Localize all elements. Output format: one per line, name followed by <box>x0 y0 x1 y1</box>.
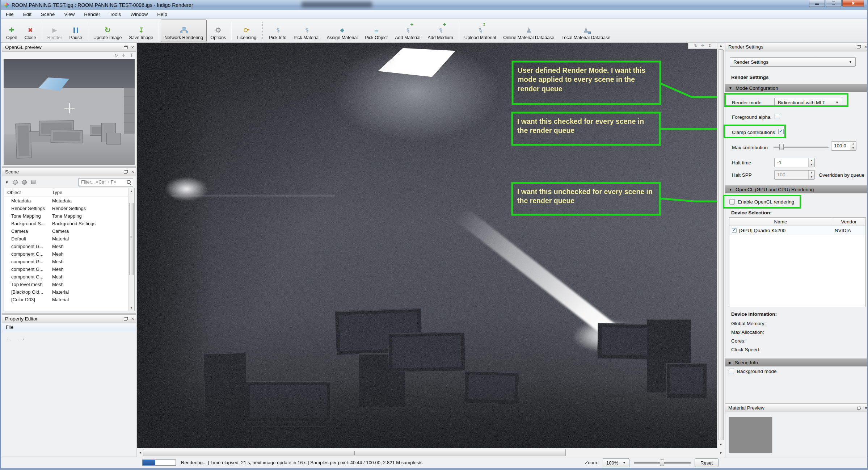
device-table-header[interactable]: Name Vendor <box>729 218 865 226</box>
tree-row[interactable]: Tone MappingTone Mapping <box>4 212 134 220</box>
pick-object-button[interactable]: ☕Pick Object <box>361 20 391 42</box>
camera-filter-icon[interactable] <box>13 180 18 185</box>
spin-down-icon[interactable]: ▼ <box>809 175 814 179</box>
close-panel-icon[interactable]: × <box>864 45 867 49</box>
tree-row[interactable]: component G...Mesh <box>4 258 134 265</box>
close-panel-icon[interactable]: × <box>131 45 134 50</box>
scene-filter-input[interactable] <box>78 178 133 186</box>
spin-up-icon[interactable]: ▲ <box>850 142 856 146</box>
settings-target-dropdown[interactable]: Render Settings▼ <box>730 57 856 67</box>
device-checkbox[interactable] <box>732 228 737 233</box>
scroll-down-icon[interactable]: ▼ <box>128 306 134 310</box>
max-contribution-slider[interactable] <box>774 143 829 151</box>
online-material-database-button[interactable]: ♟Online Material Database <box>500 20 558 42</box>
render-view[interactable]: User defined Render Mode. I want this mo… <box>137 43 724 457</box>
dolly-icon[interactable]: ↧ <box>708 43 711 48</box>
licensing-button[interactable]: Licensing <box>233 20 260 42</box>
menu-tools[interactable]: Tools <box>105 11 126 18</box>
pause-button[interactable]: Pause <box>66 20 86 42</box>
tree-collapse-icon[interactable]: ▼ <box>5 180 9 184</box>
menu-scene[interactable]: Scene <box>36 11 59 18</box>
close-button[interactable]: ✖Close <box>21 20 40 42</box>
close-window-button[interactable]: ✖ <box>842 0 864 7</box>
mesh-filter-icon[interactable] <box>31 180 35 184</box>
orbit-icon[interactable]: ↻ <box>114 53 118 58</box>
dolly-icon[interactable]: ↧ <box>130 53 133 58</box>
spin-up-icon[interactable]: ▲ <box>809 171 814 175</box>
open-button[interactable]: ✚Open <box>3 20 21 42</box>
scroll-up-icon[interactable]: ▲ <box>717 43 724 49</box>
pick-info-button[interactable]: ✐Pick Info <box>265 20 290 42</box>
scroll-right-icon[interactable]: ► <box>718 448 724 457</box>
tree-row[interactable]: CameraCamera <box>4 227 134 235</box>
scene-tree-header[interactable]: Object Type <box>4 188 134 197</box>
scene-info-section[interactable]: ▶ Scene Info <box>725 358 868 366</box>
spin-down-icon[interactable]: ▼ <box>850 146 856 150</box>
column-name[interactable]: Name <box>729 219 832 224</box>
close-panel-icon[interactable]: × <box>864 406 867 410</box>
zoom-dropdown[interactable]: 100%▼ <box>603 458 629 467</box>
menu-file[interactable]: File <box>1 11 18 18</box>
tree-row[interactable]: [Blacktop Old...Material <box>4 288 134 296</box>
pick-material-button[interactable]: ✐Pick Material <box>290 20 323 42</box>
device-selection-table[interactable]: Name Vendor [GPU] Quadro K5200 NVIDIA <box>729 217 866 307</box>
close-panel-icon[interactable]: × <box>131 169 134 174</box>
column-object[interactable]: Object <box>4 190 50 195</box>
tree-row[interactable]: DefaultMaterial <box>4 235 134 243</box>
menu-edit[interactable]: Edit <box>18 11 36 18</box>
tree-row[interactable]: Background S...Background Settings <box>4 220 134 227</box>
halt-time-spinbox[interactable]: -1 ▲▼ <box>774 158 815 167</box>
title-bar[interactable]: ROOM PANNING TEST.igq : ROOM PANNING TES… <box>1 0 867 10</box>
background-mode-checkbox[interactable] <box>729 369 734 374</box>
add-material-button[interactable]: ✐✚Add Material <box>391 20 424 42</box>
slider-thumb[interactable] <box>779 144 784 150</box>
pan-icon[interactable]: ✛ <box>701 43 704 48</box>
scroll-down-icon[interactable]: ▼ <box>717 442 724 448</box>
options-button[interactable]: ⚙Options <box>207 20 229 42</box>
minimize-button[interactable]: ▬ <box>809 0 825 7</box>
material-filter-icon[interactable] <box>22 180 27 185</box>
mode-configuration-section[interactable]: ▼ Mode Configuration <box>725 84 868 92</box>
add-medium-button[interactable]: ✐✚Add Medium <box>424 20 457 42</box>
network-rendering-button[interactable]: Network Rendering <box>161 20 207 42</box>
float-panel-icon[interactable] <box>857 45 861 49</box>
local-material-database-button[interactable]: ♟Local Material Database <box>558 20 614 42</box>
tree-row[interactable]: component G...Mesh <box>4 243 134 250</box>
scroll-thumb[interactable]: ∥ <box>143 449 566 456</box>
opengl-preview-viewport[interactable] <box>4 59 135 165</box>
save-image-button[interactable]: ↧Save Image <box>126 20 157 42</box>
scene-tree-scrollbar[interactable]: ▲ ▼ <box>128 188 134 311</box>
column-type[interactable]: Type <box>50 190 134 195</box>
float-panel-icon[interactable] <box>124 317 128 321</box>
tree-row[interactable]: [Color D03]Material <box>4 296 134 303</box>
tree-row[interactable]: Render SettingsRender Settings <box>4 205 134 212</box>
upload-material-button[interactable]: ✐↥Upload Material <box>461 20 500 42</box>
float-panel-icon[interactable] <box>124 170 128 174</box>
scroll-left-icon[interactable]: ◄ <box>137 448 143 457</box>
menu-view[interactable]: View <box>59 11 79 18</box>
tree-row[interactable]: component G...Mesh <box>4 265 134 273</box>
tree-row[interactable]: MetadataMetadata <box>4 197 134 205</box>
update-image-button[interactable]: ↻Update Image <box>90 20 126 42</box>
spin-down-icon[interactable]: ▼ <box>809 163 814 167</box>
render-horizontal-scrollbar[interactable]: ◄ ∥ ► <box>137 448 724 457</box>
slider-thumb[interactable] <box>660 459 664 466</box>
float-panel-icon[interactable] <box>857 406 861 410</box>
foreground-alpha-checkbox[interactable] <box>775 114 780 119</box>
device-row[interactable]: [GPU] Quadro K5200 NVIDIA <box>729 226 865 235</box>
zoom-slider[interactable] <box>634 459 691 466</box>
property-editor-file-tab[interactable]: File <box>2 323 136 331</box>
opencl-section[interactable]: ▼ OpenCL (GPU and CPU) Rendering <box>725 185 868 193</box>
pan-icon[interactable]: ✛ <box>122 53 126 58</box>
menu-window[interactable]: Window <box>126 11 152 18</box>
orbit-icon[interactable]: ↻ <box>694 43 698 48</box>
scroll-thumb[interactable] <box>718 49 724 440</box>
render-image[interactable]: User defined Render Mode. I want this mo… <box>137 43 717 448</box>
float-panel-icon[interactable] <box>124 46 128 49</box>
forward-arrow-icon[interactable]: → <box>18 334 25 342</box>
scene-tree[interactable]: Object Type MetadataMetadata Render Sett… <box>4 188 135 311</box>
maximize-button[interactable]: ❐ <box>826 0 842 7</box>
scroll-thumb[interactable] <box>129 203 134 275</box>
halt-spp-spinbox[interactable]: 100 ▲▼ <box>774 170 815 180</box>
tree-row[interactable]: Top level meshMesh <box>4 281 134 288</box>
